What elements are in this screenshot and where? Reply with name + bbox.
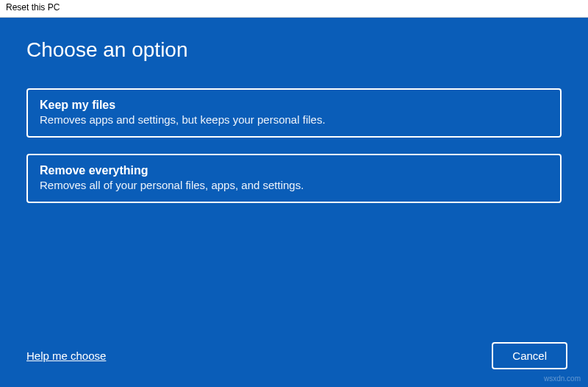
window-titlebar: Reset this PC — [0, 0, 588, 18]
dialog-body: Choose an option Keep my files Removes a… — [0, 18, 588, 387]
cancel-button[interactable]: Cancel — [492, 342, 567, 369]
option-title: Keep my files — [40, 99, 548, 112]
option-description: Removes all of your personal files, apps… — [40, 179, 548, 191]
option-description: Removes apps and settings, but keeps you… — [40, 113, 548, 126]
help-me-choose-link[interactable]: Help me choose — [26, 349, 106, 362]
options-container: Keep my files Removes apps and settings,… — [26, 88, 562, 203]
option-title: Remove everything — [40, 164, 548, 177]
dialog-footer: Help me choose Cancel — [26, 342, 567, 369]
window-title: Reset this PC — [6, 2, 60, 13]
dialog-heading: Choose an option — [26, 38, 562, 62]
watermark-text: wsxdn.com — [544, 374, 581, 383]
option-keep-my-files[interactable]: Keep my files Removes apps and settings,… — [26, 88, 562, 138]
option-remove-everything[interactable]: Remove everything Removes all of your pe… — [26, 154, 562, 203]
